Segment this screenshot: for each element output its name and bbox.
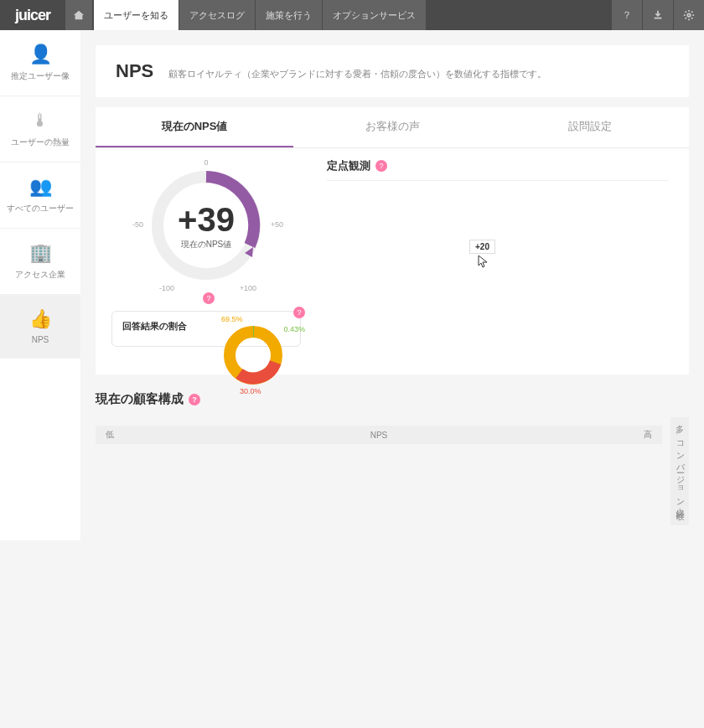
- donut-label: 69.5%: [221, 315, 243, 323]
- line-chart: +20: [327, 180, 669, 364]
- tab[interactable]: 設問設定: [491, 107, 689, 147]
- sidebar-icon: 👍: [3, 308, 77, 330]
- sidebar-label: ユーザーの熱量: [3, 137, 77, 148]
- sidebar-item[interactable]: 🌡ユーザーの熱量: [0, 96, 80, 163]
- gauge-value: +39: [178, 201, 235, 239]
- page-header: NPS 顧客ロイヤルティ（企業やブランドに対する愛着・信頼の度合い）を数値化する…: [96, 45, 689, 97]
- gear-icon: [683, 9, 695, 21]
- v-axis: 多 コンバージョン経験 少: [670, 417, 689, 525]
- sidebar-label: すべてのユーザー: [3, 203, 77, 214]
- topnav-item[interactable]: 施策を行う: [256, 0, 322, 30]
- sidebar-label: NPS: [3, 335, 77, 344]
- donut-label: 0.43%: [283, 325, 305, 333]
- sidebar-item[interactable]: 👤推定ユーザー像: [0, 30, 80, 96]
- sidebar-item[interactable]: 👥すべてのユーザー: [0, 163, 80, 229]
- help-icon[interactable]: ?: [189, 394, 200, 405]
- h-axis: 低 NPS 高: [96, 426, 662, 444]
- sidebar-icon: 👥: [3, 176, 77, 198]
- donut-label: 30.0%: [240, 387, 261, 395]
- svg-point-0: [687, 13, 691, 17]
- gauge-tick: +100: [240, 284, 256, 292]
- download-icon: [652, 9, 664, 21]
- result-breakdown: 回答結果の割合 69.5% 0.43% 30.0%: [111, 311, 301, 347]
- topnav-item[interactable]: ユーザーを知る: [94, 0, 179, 30]
- topbar: juicer ユーザーを知るアクセスログ施策を行うオプションサービス ？: [0, 0, 704, 30]
- help-icon[interactable]: ?: [203, 292, 215, 304]
- gauge-tick: -100: [159, 284, 174, 292]
- sidebar-icon: 🏢: [3, 242, 77, 264]
- gauge-tick: 0: [204, 158, 208, 167]
- topnav-item[interactable]: アクセスログ: [179, 0, 255, 30]
- help-button[interactable]: ？: [612, 0, 642, 30]
- sidebar: 👤推定ユーザー像🌡ユーザーの熱量👥すべてのユーザー🏢アクセス企業👍NPS: [0, 30, 80, 540]
- top-nav: ユーザーを知るアクセスログ施策を行うオプションサービス: [94, 0, 427, 30]
- topnav-item[interactable]: オプションサービス: [323, 0, 426, 30]
- sidebar-icon: 👤: [3, 44, 77, 65]
- home-button[interactable]: [65, 0, 92, 30]
- sidebar-label: アクセス企業: [3, 269, 77, 281]
- gauge-label: 現在のNPS値: [178, 239, 235, 250]
- gauge-tick: +50: [271, 220, 283, 229]
- chart-title: 定点観測: [327, 158, 370, 173]
- nps-gauge: +39 現在のNPS値 0 -50 +50 -100 +100: [139, 158, 273, 292]
- home-icon: [73, 9, 85, 21]
- page-title: NPS: [116, 60, 153, 82]
- sidebar-item[interactable]: 👍NPS: [0, 295, 80, 359]
- download-button[interactable]: [643, 0, 673, 30]
- help-icon: ？: [622, 8, 632, 23]
- page-description: 顧客ロイヤルティ（企業やブランドに対する愛着・信頼の度合い）を数値化する指標です…: [168, 68, 546, 80]
- help-icon[interactable]: ?: [293, 307, 305, 318]
- brand-logo: juicer: [0, 0, 65, 30]
- panel-tabs: 現在のNPS値お客様の声設問設定: [96, 107, 689, 148]
- sidebar-item[interactable]: 🏢アクセス企業: [0, 229, 80, 295]
- composition-title: 現在の顧客構成?: [96, 391, 689, 407]
- gauge-tick: -50: [132, 220, 143, 229]
- tab[interactable]: お客様の声: [293, 107, 491, 147]
- sidebar-icon: 🌡: [3, 110, 77, 132]
- chart-tooltip: +20: [469, 240, 495, 254]
- donut-chart: [216, 318, 290, 392]
- tab[interactable]: 現在のNPS値: [96, 107, 293, 147]
- sidebar-label: 推定ユーザー像: [3, 70, 77, 82]
- settings-button[interactable]: [674, 0, 704, 30]
- help-icon[interactable]: ?: [375, 160, 387, 172]
- cursor-icon: [476, 255, 489, 268]
